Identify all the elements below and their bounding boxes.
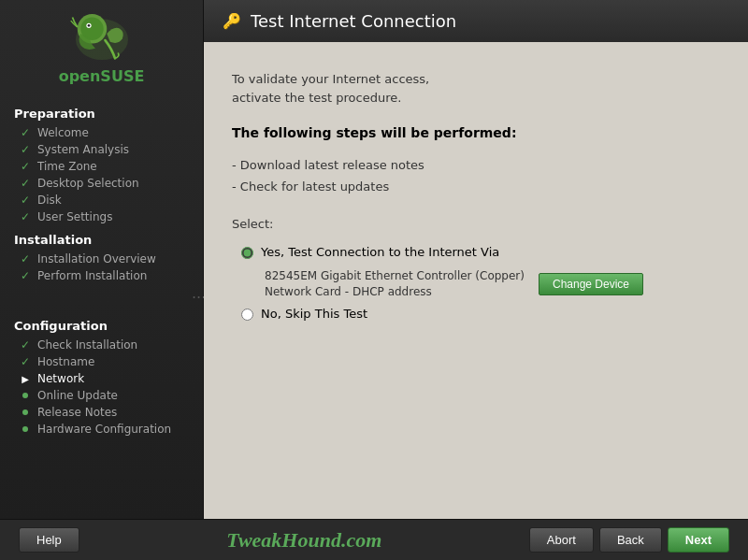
check-icon: ✓ [19, 194, 32, 207]
sidebar: openSUSE Preparation ✓ Welcome ✓ System … [0, 0, 204, 519]
device-text: 82545EM Gigabit Ethernet Controller (Cop… [265, 268, 525, 300]
arrow-right-icon: ▶ [19, 372, 32, 385]
sidebar-section-installation: Installation [0, 225, 203, 251]
abort-button[interactable]: Abort [529, 527, 594, 553]
change-device-button[interactable]: Change Device [539, 273, 643, 295]
connection-icon: 🔑 [223, 12, 241, 31]
check-icon: ✓ [19, 126, 32, 139]
sidebar-item-hardware-configuration[interactable]: Hardware Configuration [0, 421, 203, 438]
footer-left: Help [19, 527, 79, 553]
radio-group: Yes, Test Connection to the Internet Via… [241, 245, 720, 322]
back-button[interactable]: Back [599, 527, 662, 553]
steps-list: - Download latest release notes - Check … [232, 154, 720, 198]
sidebar-item-check-installation[interactable]: ✓ Check Installation [0, 337, 203, 353]
dot-icon [19, 389, 32, 402]
check-icon: ✓ [19, 160, 32, 173]
opensuse-logo-text: openSUSE [59, 67, 145, 85]
description-text: To validate your Internet access, activa… [232, 70, 720, 107]
radio-option-yes[interactable]: Yes, Test Connection to the Internet Via [241, 245, 720, 259]
help-button[interactable]: Help [19, 527, 79, 553]
footer-center: TweakHound.com [79, 528, 529, 553]
radio-no-input[interactable] [241, 309, 253, 321]
content-header: 🔑 Test Internet Connection [204, 0, 748, 42]
check-icon: ✓ [19, 355, 32, 368]
sidebar-item-desktop-selection[interactable]: ✓ Desktop Selection [0, 175, 203, 192]
sidebar-item-hostname[interactable]: ✓ Hostname [0, 353, 203, 370]
sidebar-item-time-zone[interactable]: ✓ Time Zone [0, 158, 203, 175]
sidebar-item-disk[interactable]: ✓ Disk [0, 192, 203, 208]
page-title: Test Internet Connection [251, 11, 456, 31]
radio-option-no[interactable]: No, Skip This Test [241, 307, 720, 321]
dot-icon [19, 423, 32, 436]
content-area: 🔑 Test Internet Connection To validate y… [204, 0, 748, 519]
sidebar-item-user-settings[interactable]: ✓ User Settings [0, 208, 203, 225]
check-icon: ✓ [19, 269, 32, 282]
step-item-1: - Download latest release notes [232, 154, 720, 176]
check-icon: ✓ [19, 252, 32, 266]
check-icon: ✓ [19, 177, 32, 190]
sidebar-item-welcome[interactable]: ✓ Welcome [0, 124, 203, 141]
sidebar-item-installation-overview[interactable]: ✓ Installation Overview [0, 251, 203, 267]
footer: Help TweakHound.com Abort Back Next [0, 519, 748, 560]
sidebar-item-network[interactable]: ▶ Network [0, 370, 203, 387]
svg-point-4 [87, 24, 90, 27]
sidebar-item-perform-installation[interactable]: ✓ Perform Installation [0, 267, 203, 284]
radio-no-label: No, Skip This Test [261, 307, 367, 321]
steps-heading: The following steps will be performed: [232, 125, 720, 140]
step-item-2: - Check for latest updates [232, 176, 720, 197]
dot-icon [19, 406, 32, 419]
radio-yes-input[interactable] [241, 247, 253, 259]
check-icon: ✓ [19, 143, 32, 156]
sidebar-item-system-analysis[interactable]: ✓ System Analysis [0, 141, 203, 158]
tweakhound-brand: TweakHound.com [226, 528, 381, 552]
sidebar-section-preparation: Preparation [0, 99, 203, 124]
sidebar-item-online-update[interactable]: Online Update [0, 387, 203, 404]
select-label: Select: [232, 217, 720, 231]
sidebar-section-configuration: Configuration [0, 311, 203, 337]
check-icon: ✓ [19, 338, 32, 352]
sidebar-logo: openSUSE [0, 0, 203, 99]
check-icon: ✓ [19, 210, 32, 223]
device-info: 82545EM Gigabit Ethernet Controller (Cop… [265, 268, 720, 300]
next-button[interactable]: Next [668, 527, 729, 553]
sidebar-dots: ··· [0, 284, 203, 311]
content-body: To validate your Internet access, activa… [204, 42, 748, 519]
radio-yes-label: Yes, Test Connection to the Internet Via [261, 245, 499, 259]
opensuse-logo-icon [69, 9, 135, 65]
sidebar-item-release-notes[interactable]: Release Notes [0, 404, 203, 421]
footer-right: Abort Back Next [529, 527, 729, 553]
